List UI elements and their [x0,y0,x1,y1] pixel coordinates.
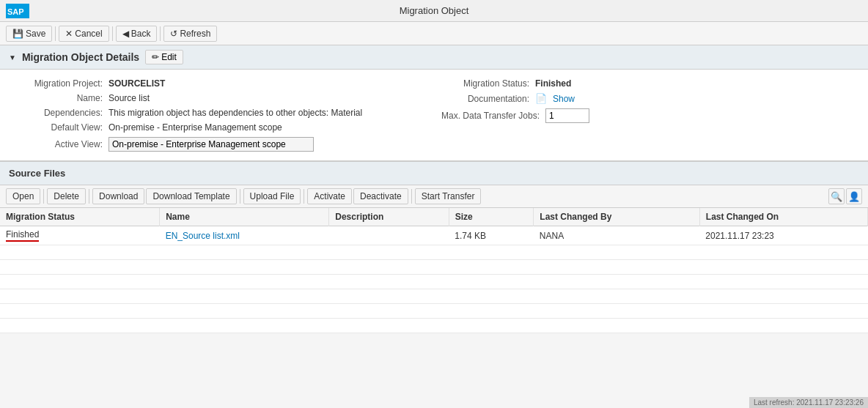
dependencies-label: Dependencies: [15,108,103,118]
field-documentation: Documentation: 📄 Show [441,93,853,104]
documentation-label: Documentation: [441,94,529,104]
default-view-value: On-premise - Enterprise Management scope [108,122,282,133]
col-last-changed-on: Last Changed On [699,208,867,226]
migration-status-label: Migration Status: [441,78,529,89]
dependencies-value: This migration object has dependencies t… [108,108,362,118]
table-empty-row-3 [0,275,868,289]
upload-file-button[interactable]: Upload File [243,188,301,204]
source-separator-3 [240,189,240,204]
cancel-button[interactable]: ✕ Cancel [59,26,108,42]
details-content: Migration Project: SOURCELIST Name: Sour… [0,70,868,162]
source-files-header: Source Files [0,162,868,185]
cell-last-changed-on: 2021.11.17 23:23 [699,226,867,245]
collapse-icon[interactable]: ▼ [9,53,16,62]
svg-text:SAP: SAP [7,7,24,16]
cell-name[interactable]: EN_Source list.xml [160,226,329,245]
source-separator-4 [304,189,304,204]
section-title: Migration Object Details [22,51,139,63]
cancel-icon: ✕ [65,29,73,39]
col-name: Name [160,208,329,226]
toolbar-separator-2 [112,26,113,41]
sap-logo: SAP [6,4,29,18]
field-migration-project: Migration Project: SOURCELIST [15,78,427,89]
download-button[interactable]: Download [92,188,144,204]
status-finished: Finished [6,229,39,242]
back-icon: ◀ [122,29,129,39]
download-template-button[interactable]: Download Template [146,188,236,204]
table-empty-row-5 [0,304,868,319]
details-left-column: Migration Project: SOURCELIST Name: Sour… [15,78,427,152]
migration-status-value: Finished [535,78,571,89]
table-empty-row-4 [0,289,868,304]
field-default-view: Default View: On-premise - Enterprise Ma… [15,122,427,133]
start-transfer-button[interactable]: Start Transfer [415,188,482,204]
col-description: Description [329,208,449,226]
refresh-icon: ↺ [170,29,177,39]
cell-description [329,226,449,245]
max-jobs-input[interactable] [545,108,589,123]
cell-size: 1.74 KB [449,226,534,245]
main-toolbar: 💾 Save ✕ Cancel ◀ Back ↺ Refresh [0,22,868,45]
refresh-button[interactable]: ↺ Refresh [163,26,217,42]
open-button[interactable]: Open [6,188,40,204]
person-icon-button[interactable]: 👤 [846,188,862,204]
cell-last-changed-by: NANA [534,226,700,245]
source-separator-2 [89,189,89,204]
table-row: Finished EN_Source list.xml 1.74 KB NANA… [0,226,868,245]
toolbar-separator-1 [55,26,56,41]
toolbar-separator-3 [160,26,161,41]
back-button[interactable]: ◀ Back [116,26,158,42]
col-last-changed-by: Last Changed By [534,208,700,226]
col-size: Size [449,208,534,226]
details-section-header: ▼ Migration Object Details ✏ Edit [0,45,868,70]
activate-button[interactable]: Activate [307,188,352,204]
app-header: SAP Migration Object [0,0,868,22]
show-link[interactable]: Show [553,94,575,104]
name-label: Name: [15,93,103,103]
source-files-table-container: Migration Status Name Description Size L… [0,208,868,333]
cell-migration-status: Finished [0,226,160,245]
source-files-toolbar: Open Delete Download Download Template U… [0,185,868,208]
delete-button[interactable]: Delete [47,188,86,204]
max-jobs-label: Max. Data Transfer Jobs: [441,111,540,121]
table-empty-row-6 [0,319,868,333]
field-migration-status: Migration Status: Finished [441,78,853,89]
deactivate-button[interactable]: Deactivate [353,188,408,204]
name-value: Source list [108,93,150,103]
save-button[interactable]: 💾 Save [6,26,52,42]
migration-project-value: SOURCELIST [108,78,165,89]
table-empty-row-1 [0,245,868,260]
field-name: Name: Source list [15,93,427,103]
table-empty-row-2 [0,260,868,275]
edit-button[interactable]: ✏ Edit [145,50,183,64]
source-separator-1 [43,189,44,204]
table-header-row: Migration Status Name Description Size L… [0,208,868,226]
doc-icon: 📄 [535,93,547,104]
source-files-table: Migration Status Name Description Size L… [0,208,868,333]
field-active-view: Active View: [15,137,427,152]
search-icon-button[interactable]: 🔍 [828,188,845,204]
col-migration-status: Migration Status [0,208,160,226]
migration-project-label: Migration Project: [15,78,103,89]
toolbar-right-icons: 🔍 👤 [828,188,862,204]
file-link[interactable]: EN_Source list.xml [166,231,240,241]
app-title: Migration Object [400,5,469,16]
details-right-column: Migration Status: Finished Documentation… [441,78,853,152]
active-view-input[interactable] [108,137,314,152]
active-view-label: Active View: [15,139,103,149]
default-view-label: Default View: [15,122,103,133]
field-max-jobs: Max. Data Transfer Jobs: [441,108,853,123]
source-separator-5 [411,189,412,204]
field-dependencies: Dependencies: This migration object has … [15,108,427,118]
edit-icon: ✏ [152,52,159,62]
save-icon: 💾 [12,29,23,39]
